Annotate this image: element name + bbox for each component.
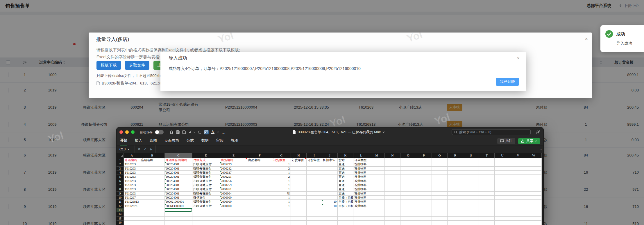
sheet-cell[interactable] bbox=[247, 204, 272, 208]
sheet-cell[interactable] bbox=[526, 162, 542, 166]
sheet-cell[interactable] bbox=[385, 196, 400, 200]
sheet-cell[interactable] bbox=[124, 208, 140, 212]
sheet-cell[interactable] bbox=[140, 204, 165, 208]
sheet-cell[interactable]: 微信支付 bbox=[192, 196, 220, 200]
sheet-cell[interactable] bbox=[495, 175, 510, 179]
sheet-cell[interactable] bbox=[400, 221, 416, 225]
sheet-cell[interactable] bbox=[291, 217, 307, 221]
sheet-cell[interactable] bbox=[432, 208, 448, 212]
sheet-cell[interactable] bbox=[247, 192, 272, 196]
column-header[interactable]: H bbox=[291, 153, 307, 158]
sheet-cell[interactable] bbox=[369, 217, 385, 221]
sheet-cell[interactable] bbox=[526, 158, 542, 162]
excel-ribbon-tab[interactable]: 绘图 bbox=[150, 136, 157, 145]
sheet-cell[interactable] bbox=[510, 158, 526, 162]
sheet-cell[interactable] bbox=[416, 212, 432, 216]
sheet-cell[interactable] bbox=[291, 208, 307, 212]
window-minimize-button[interactable] bbox=[125, 130, 129, 134]
sheet-cell[interactable]: 2000259 bbox=[220, 183, 247, 187]
sheet-cell[interactable] bbox=[495, 204, 510, 208]
sheet-cell[interactable] bbox=[463, 167, 479, 171]
sheet-cell[interactable] bbox=[140, 162, 165, 166]
select-all-corner[interactable] bbox=[117, 153, 124, 158]
sheet-cell[interactable] bbox=[385, 187, 400, 191]
sheet-cell[interactable]: 扫呗分账支付 bbox=[192, 187, 220, 191]
sheet-cell[interactable] bbox=[400, 179, 416, 183]
sheet-cell[interactable] bbox=[495, 158, 510, 162]
sheet-cell[interactable] bbox=[369, 183, 385, 187]
sheet-cell[interactable] bbox=[526, 183, 542, 187]
font-color-icon[interactable]: A bbox=[211, 130, 214, 134]
sheet-cell[interactable]: 首批物料 bbox=[353, 167, 369, 171]
sheet-cell[interactable] bbox=[495, 196, 510, 200]
sheet-cell[interactable] bbox=[338, 217, 353, 221]
sheet-cell[interactable]: 1 bbox=[272, 179, 291, 183]
sheet-cell[interactable] bbox=[291, 175, 307, 179]
sheet-cell[interactable] bbox=[479, 162, 495, 166]
sheet-cell[interactable] bbox=[291, 192, 307, 196]
column-header[interactable]: Q bbox=[432, 153, 448, 158]
sheet-cell[interactable] bbox=[385, 217, 400, 221]
sheet-cell[interactable] bbox=[526, 217, 542, 221]
sheet-cell[interactable]: 600204001 bbox=[165, 162, 192, 166]
sheet-cell[interactable] bbox=[247, 175, 272, 179]
sheet-cell[interactable] bbox=[369, 196, 385, 200]
sheet-cell[interactable] bbox=[495, 217, 510, 221]
sheet-cell[interactable] bbox=[432, 167, 448, 171]
sheet-cell[interactable] bbox=[526, 204, 542, 208]
sheet-cell[interactable] bbox=[432, 187, 448, 191]
sheet-cell[interactable]: 2 bbox=[272, 167, 291, 171]
sheet-cell[interactable] bbox=[526, 192, 542, 196]
sheet-cell[interactable] bbox=[307, 196, 322, 200]
excel-ribbon-tab[interactable]: 数据 bbox=[201, 136, 209, 145]
sheet-cell[interactable]: T610263 bbox=[124, 167, 140, 171]
sheet-cell[interactable] bbox=[495, 183, 510, 187]
save-icon[interactable] bbox=[176, 130, 180, 134]
column-header[interactable]: A bbox=[124, 153, 140, 158]
sheet-cell[interactable] bbox=[192, 221, 220, 225]
column-header[interactable]: W bbox=[526, 153, 542, 158]
sheet-cell[interactable] bbox=[400, 192, 416, 196]
sheet-cell[interactable] bbox=[353, 212, 369, 216]
sheet-cell[interactable] bbox=[416, 217, 432, 221]
sheet-cell[interactable] bbox=[369, 187, 385, 191]
sheet-cell[interactable] bbox=[165, 212, 192, 216]
sheet-cell[interactable] bbox=[495, 187, 510, 191]
sheet-cell[interactable]: 2000242 bbox=[220, 167, 247, 171]
sheet-cell[interactable] bbox=[400, 200, 416, 204]
sheet-cell[interactable] bbox=[369, 204, 385, 208]
sheet-cell[interactable] bbox=[448, 167, 463, 171]
sheet-cell[interactable]: 扫呗分账支付 bbox=[192, 204, 220, 208]
sheet-cell[interactable]: 扫呗分账支付 bbox=[192, 162, 220, 166]
sheet-cell[interactable] bbox=[322, 179, 338, 183]
sheet-cell[interactable] bbox=[432, 171, 448, 175]
sheet-cell[interactable] bbox=[291, 167, 307, 171]
sheet-cell[interactable] bbox=[526, 175, 542, 179]
sheet-cell[interactable] bbox=[272, 212, 291, 216]
sheet-cell[interactable] bbox=[479, 175, 495, 179]
sheet-cell[interactable] bbox=[124, 212, 140, 216]
sheet-cell[interactable]: 订货数量 bbox=[272, 158, 291, 162]
excel-ribbon-tab[interactable]: 审阅 bbox=[216, 136, 223, 145]
column-header[interactable]: C bbox=[165, 153, 192, 158]
sheet-cell[interactable] bbox=[291, 187, 307, 191]
sheet-cell[interactable]: 600204001 bbox=[165, 187, 192, 191]
presence-icon[interactable] bbox=[536, 130, 541, 134]
sheet-cell[interactable] bbox=[463, 179, 479, 183]
sheet-cell[interactable] bbox=[322, 217, 338, 221]
sheet-cell[interactable] bbox=[247, 196, 272, 200]
sheet-cell[interactable] bbox=[400, 212, 416, 216]
sheet-cell[interactable] bbox=[140, 192, 165, 196]
sheet-cell[interactable]: 店铺名称 bbox=[140, 158, 165, 162]
sheet-cell[interactable] bbox=[400, 162, 416, 166]
sheet-cell[interactable]: 600613000001 bbox=[165, 204, 192, 208]
sheet-cell[interactable] bbox=[165, 217, 192, 221]
column-header[interactable]: L bbox=[353, 153, 369, 158]
sheet-cell[interactable] bbox=[526, 187, 542, 191]
sheet-cell[interactable] bbox=[322, 183, 338, 187]
column-header[interactable]: M bbox=[369, 153, 385, 158]
excel-ribbon-tab[interactable]: 开始 bbox=[120, 136, 127, 145]
sheet-cell[interactable] bbox=[448, 208, 463, 212]
sheet-cell[interactable] bbox=[291, 212, 307, 216]
row-header[interactable]: 4 bbox=[117, 171, 124, 175]
